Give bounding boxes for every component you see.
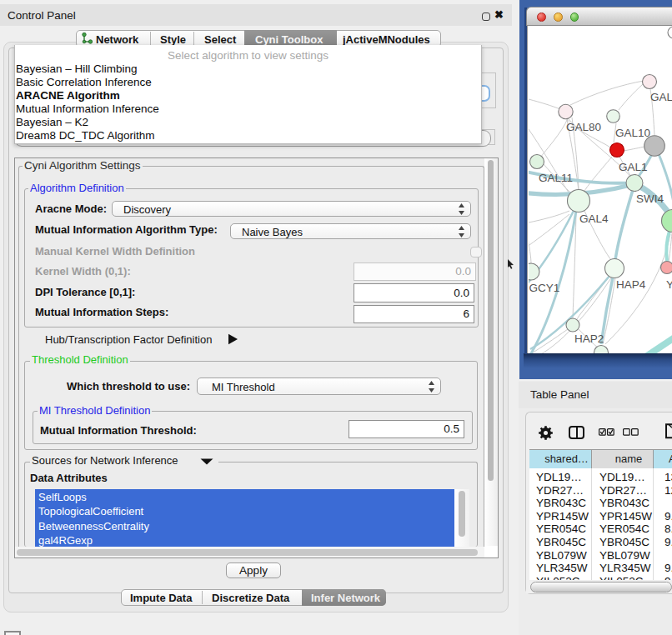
svg-text:YM: YM <box>666 278 672 291</box>
svg-text:GAL10: GAL10 <box>615 127 650 139</box>
svg-text:GAL2: GAL2 <box>650 91 672 103</box>
svg-text:GAL80: GAL80 <box>566 121 601 133</box>
svg-text:SWI4: SWI4 <box>636 192 664 205</box>
svg-text:GCY1: GCY1 <box>529 282 560 294</box>
svg-text:HAP2: HAP2 <box>574 332 604 345</box>
svg-text:GAL11: GAL11 <box>539 172 573 184</box>
svg-text:GAL1: GAL1 <box>619 161 648 173</box>
svg-text:HAP4: HAP4 <box>616 278 646 291</box>
svg-text:GAL4: GAL4 <box>579 212 609 225</box>
